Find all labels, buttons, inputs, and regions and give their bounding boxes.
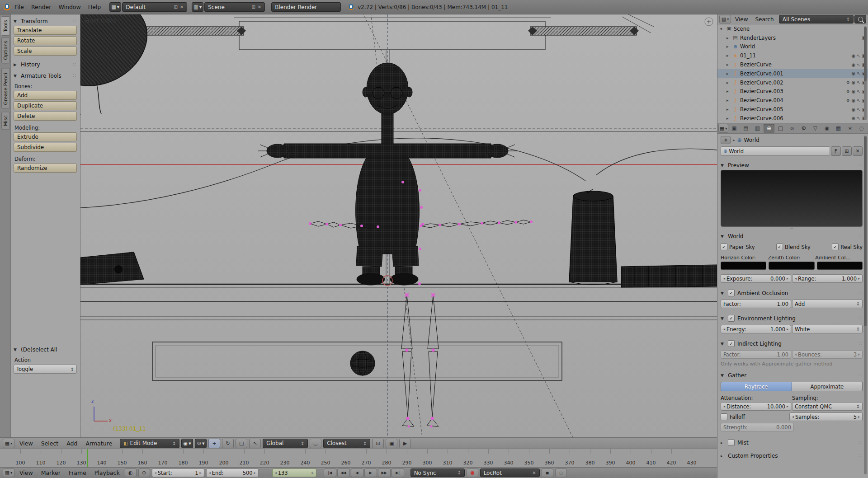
- visibility-eye-icon[interactable]: ◉: [851, 62, 855, 67]
- add-screen-icon[interactable]: ⊞: [174, 5, 177, 9]
- new-datablock-button[interactable]: ⊞: [842, 146, 852, 156]
- panel-gather-header[interactable]: ▼Gather∷: [721, 370, 863, 380]
- select-menu[interactable]: Select: [38, 440, 62, 447]
- viewport-scene[interactable]: [80, 14, 717, 437]
- unlink-datablock-button[interactable]: ✕: [853, 146, 863, 156]
- attenuation-distance-field[interactable]: ◂Distance: 10.000▸: [721, 402, 791, 411]
- menu-render[interactable]: Render: [28, 4, 55, 10]
- panel-deselect-all-header[interactable]: ▼ (De)select All: [14, 345, 77, 354]
- outliner-row-scene[interactable]: ▾▣Scene: [717, 24, 868, 33]
- menu-window[interactable]: Window: [55, 4, 84, 10]
- screen-selector[interactable]: Default ⊞ ✕: [122, 2, 187, 12]
- ao-blend-dropdown[interactable]: Add↕: [792, 300, 863, 308]
- outliner-view-menu[interactable]: View: [732, 16, 751, 23]
- snap-element-selector[interactable]: Closest ↕: [323, 439, 370, 448]
- properties-tab-constraints[interactable]: ∞: [787, 124, 798, 133]
- properties-tab-particles[interactable]: ∗: [844, 124, 856, 133]
- ambient-color-swatch[interactable]: [817, 262, 863, 270]
- properties-tab-modifiers[interactable]: ⚙: [798, 124, 809, 133]
- fake-user-button[interactable]: F: [831, 146, 841, 156]
- add-scene-icon[interactable]: ⊞: [251, 5, 255, 9]
- preview-range-icon[interactable]: ◐: [125, 469, 137, 477]
- editor-type-icon[interactable]: ▦▾: [718, 124, 728, 133]
- insert-keyframe-icon[interactable]: ▪: [542, 469, 553, 477]
- outliner-item-label[interactable]: BezierCurve.004: [740, 97, 783, 103]
- clear-keyingset-icon[interactable]: ✕: [532, 470, 536, 475]
- sampling-qmc-dropdown[interactable]: Constant QMC↕: [792, 402, 863, 411]
- panel-preview-header[interactable]: ▼Preview∷: [721, 160, 863, 170]
- indirect-enable-checkbox[interactable]: ✓: [728, 340, 735, 347]
- screen-layout-icon[interactable]: ▦▾: [109, 2, 121, 12]
- visibility-eye-icon[interactable]: ◉: [851, 116, 855, 121]
- env-energy-field[interactable]: ◂Energy: 1.000▸: [721, 325, 791, 333]
- properties-tab-data[interactable]: ▽: [810, 124, 821, 133]
- view-menu[interactable]: View: [16, 440, 36, 447]
- subdivide-button[interactable]: Subdivide: [14, 143, 77, 152]
- panel-history-header[interactable]: ▶ History ∷: [14, 60, 77, 69]
- selectability-icon[interactable]: ↖: [857, 62, 860, 67]
- panel-mist-header[interactable]: ▸✓ Mist∷: [721, 438, 863, 447]
- translate-button[interactable]: Translate: [14, 26, 77, 35]
- snap-target-icon[interactable]: ⊡: [372, 439, 384, 448]
- outliner-row-beziercurve.003[interactable]: ▸∫BezierCurve.003⚙◉↖▣: [717, 87, 868, 96]
- jump-to-start-button[interactable]: |◀: [324, 469, 336, 477]
- timeline-frame-menu[interactable]: Frame: [66, 469, 90, 476]
- properties-tab-physics[interactable]: ◌: [856, 124, 867, 133]
- toolshelf-tab-misc[interactable]: Misc: [1, 112, 10, 130]
- outliner-row-beziercurve[interactable]: ▸∫BezierCurve◉↖▣: [717, 60, 868, 69]
- visibility-eye-icon[interactable]: ◉: [851, 80, 855, 85]
- selectability-icon[interactable]: ↖: [857, 80, 860, 85]
- manipulator-translate-icon[interactable]: +: [208, 439, 220, 448]
- editor-type-icon[interactable]: ▤▾: [719, 15, 731, 23]
- selectability-icon[interactable]: ↖: [857, 98, 860, 103]
- selectability-icon[interactable]: ↖: [857, 89, 860, 94]
- indirect-bounces-field[interactable]: ◂Bounces: 3▸: [792, 350, 863, 359]
- panel-transform-header[interactable]: ▼ Transform ∷: [14, 16, 77, 26]
- timeline-ruler[interactable]: 1001101201301401501601701801902002102202…: [0, 449, 717, 468]
- scale-button[interactable]: Scale: [14, 47, 77, 56]
- rotate-button[interactable]: Rotate: [14, 36, 77, 45]
- render-opengl-anim-icon[interactable]: ▶: [399, 439, 411, 448]
- panel-indirect-lighting-header[interactable]: ▼✓ Indirect Lighting∷: [721, 339, 863, 348]
- world-name-field[interactable]: ⊕ World: [721, 146, 830, 156]
- current-frame-line[interactable]: [87, 449, 88, 468]
- delete-scene-icon[interactable]: ✕: [258, 5, 261, 9]
- visibility-eye-icon[interactable]: ◉: [851, 98, 855, 103]
- env-color-dropdown[interactable]: White↕: [792, 325, 863, 333]
- viewport-3d[interactable]: Front Ortho z x (133) 01_11: [80, 14, 717, 437]
- panel-world-header[interactable]: ▼World∷: [721, 231, 863, 241]
- auto-keyframe-icon[interactable]: [467, 469, 478, 477]
- jump-to-end-button[interactable]: ▶|: [392, 469, 404, 477]
- panel-custom-properties-header[interactable]: ▸Custom Properties∷: [721, 451, 863, 460]
- expander-icon[interactable]: ▸: [726, 62, 731, 67]
- outliner-row-world[interactable]: ▸⊕World: [717, 42, 868, 52]
- manipulator-scale-icon[interactable]: ▢: [236, 439, 247, 448]
- toolshelf-tab-tools[interactable]: Tools: [1, 16, 10, 36]
- viewport-shading-selector[interactable]: ◉▾: [181, 439, 193, 448]
- play-reverse-button[interactable]: ◀: [351, 469, 363, 477]
- selectability-icon[interactable]: ↖: [857, 71, 860, 76]
- outliner-row-beziercurve.005[interactable]: ▸∫BezierCurve.005◉↖▣: [717, 105, 868, 114]
- modifier-icon[interactable]: ⚙: [846, 80, 850, 85]
- outliner-item-label[interactable]: Scene: [734, 26, 750, 32]
- menu-file[interactable]: File: [11, 4, 27, 10]
- outliner-item-label[interactable]: BezierCurve.005: [740, 106, 783, 112]
- outliner-search-menu[interactable]: Search: [752, 16, 777, 23]
- outliner-scrollbar[interactable]: [864, 27, 867, 81]
- selectability-icon[interactable]: ↖: [857, 107, 860, 112]
- outliner-item-label[interactable]: BezierCurve.006: [740, 115, 783, 122]
- visibility-eye-icon[interactable]: ◉: [851, 53, 855, 58]
- outliner-scope-selector[interactable]: All Scenes↕: [779, 15, 854, 23]
- outliner-item-label[interactable]: BezierCurve: [740, 61, 772, 68]
- play-button[interactable]: ▶: [364, 469, 377, 477]
- expander-icon[interactable]: ▸: [726, 44, 731, 49]
- mode-selector[interactable]: ◧ Edit Mode ↕: [120, 439, 179, 448]
- expander-icon[interactable]: ▸: [726, 98, 731, 103]
- sync-mode-selector[interactable]: No Sync↕: [410, 469, 465, 477]
- search-icon[interactable]: [854, 15, 866, 23]
- outliner-row-beziercurve.004[interactable]: ▸∫BezierCurve.004⚙◉↖▣: [717, 96, 868, 105]
- expander-icon[interactable]: ▾: [720, 27, 724, 31]
- action-dropdown[interactable]: Toggle ↕: [14, 365, 77, 374]
- add-menu[interactable]: Add: [63, 440, 80, 447]
- panel-ao-header[interactable]: ▼✓ Ambient Occlusion∷: [721, 288, 863, 298]
